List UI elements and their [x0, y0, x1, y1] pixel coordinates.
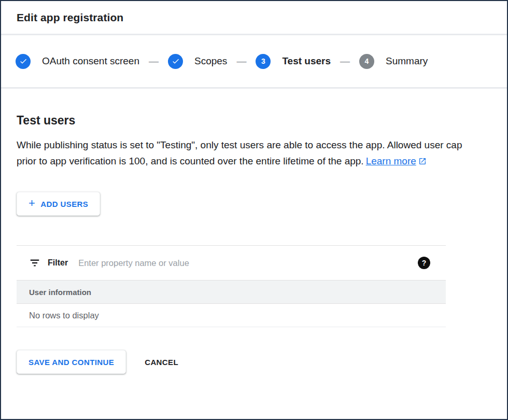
- cancel-button[interactable]: CANCEL: [145, 358, 178, 367]
- step-test-users[interactable]: 3 Test users: [256, 54, 331, 69]
- step-number-badge: 3: [256, 54, 271, 69]
- step-number-badge: 4: [359, 54, 374, 69]
- page-title: Edit app registration: [17, 11, 123, 24]
- edit-app-registration-window: Edit app registration OAuth consent scre…: [0, 0, 508, 420]
- step-label: Scopes: [194, 55, 227, 67]
- test-users-table-card: Filter ? User information No rows to dis…: [17, 245, 446, 327]
- column-header-user-information: User information: [29, 288, 91, 297]
- help-icon[interactable]: ?: [418, 257, 430, 269]
- add-users-label: ADD USERS: [40, 200, 88, 208]
- check-icon: [19, 57, 27, 65]
- step-label: Test users: [282, 55, 331, 67]
- step-separator: —: [149, 55, 159, 67]
- check-icon: [172, 57, 180, 65]
- cancel-label: CANCEL: [145, 358, 178, 367]
- learn-more-label: Learn more: [366, 153, 416, 169]
- filter-bar: Filter ?: [17, 246, 446, 280]
- step-label: OAuth consent screen: [42, 55, 139, 67]
- filter-icon: [29, 257, 40, 269]
- step-complete-check-icon: [16, 54, 31, 69]
- step-summary[interactable]: 4 Summary: [359, 54, 428, 69]
- footer-actions: SAVE AND CONTINUE CANCEL: [17, 350, 491, 374]
- wizard-stepper: OAuth consent screen — Scopes — 3 Test u…: [1, 35, 507, 89]
- section-heading: Test users: [17, 114, 491, 128]
- external-link-icon: [418, 157, 427, 165]
- save-and-continue-button[interactable]: SAVE AND CONTINUE: [17, 350, 126, 374]
- filter-input[interactable]: [78, 258, 410, 268]
- table-header-row: User information: [17, 280, 446, 304]
- empty-message: No rows to display: [29, 311, 99, 320]
- step-label: Summary: [386, 55, 428, 67]
- step-oauth-consent-screen[interactable]: OAuth consent screen: [16, 54, 139, 69]
- main-content: Test users While publishing status is se…: [1, 89, 507, 419]
- save-and-continue-label: SAVE AND CONTINUE: [29, 358, 114, 367]
- step-scopes[interactable]: Scopes: [168, 54, 227, 69]
- step-separator: —: [236, 55, 246, 67]
- add-users-button[interactable]: + ADD USERS: [17, 192, 100, 216]
- step-separator: —: [340, 55, 350, 67]
- description-text: While publishing status is set to "Testi…: [17, 137, 463, 169]
- filter-label: Filter: [48, 258, 68, 268]
- learn-more-link[interactable]: Learn more: [366, 153, 427, 169]
- page-header: Edit app registration: [1, 1, 507, 35]
- step-complete-check-icon: [168, 54, 183, 69]
- plus-icon: +: [29, 198, 35, 209]
- table-empty-row: No rows to display: [17, 304, 446, 327]
